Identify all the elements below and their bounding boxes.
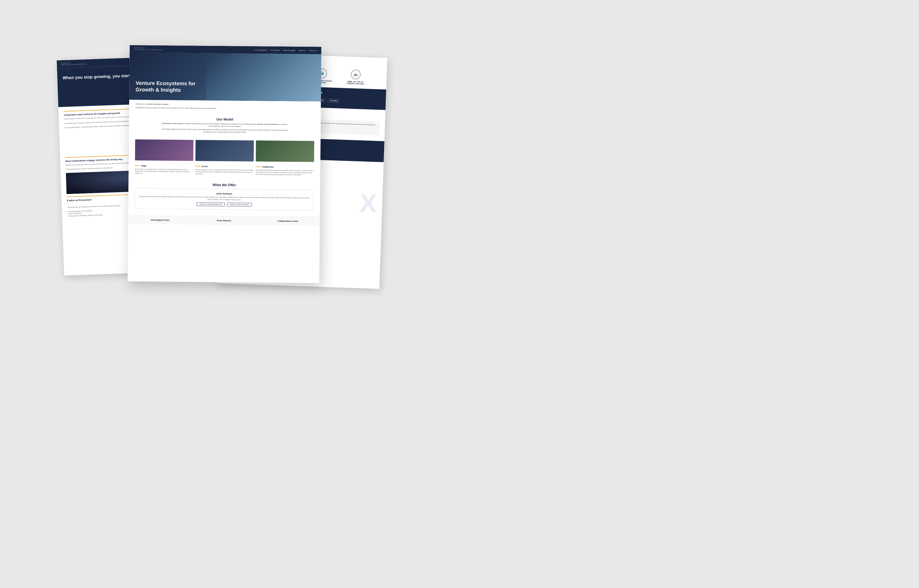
- center-image-1: [135, 139, 194, 161]
- center-nav-links: For Corporations For Ventures News & Ins…: [254, 49, 305, 52]
- right-partner-lfi: LFI STEEL: [328, 99, 339, 103]
- center-col-collaborate-heading: Collaborate: [262, 166, 274, 168]
- center-logo: TechNexus VENTURE COLLABORATIVE: [134, 47, 163, 51]
- center-bottom-nav-1[interactable]: Advantaged Funds: [128, 215, 192, 225]
- center-btn-corporations[interactable]: BENEFITS FOR CORPORATIONS: [197, 202, 225, 206]
- center-col-invest-body: We then engage the most promising early-…: [195, 168, 254, 176]
- right-where-icon-4: 🤖: [351, 69, 360, 79]
- center-col-invest-heading: Invest: [202, 165, 208, 168]
- center-btn-group: BENEFITS FOR CORPORATIONS BENEFITS FOR V…: [139, 202, 309, 207]
- center-col-collaborate-header: Collaborate: [256, 166, 314, 168]
- center-col-invest-line: [195, 166, 200, 166]
- center-btn-ventures[interactable]: BENEFITS FOR VENTURES: [227, 203, 252, 207]
- center-hero-heading: Venture Ecosystems for Growth & Insights: [136, 80, 195, 94]
- center-what-we-offer: What We Offer Joint Ventures We build be…: [128, 179, 320, 217]
- center-col-align: Align We work with our corporate partner…: [135, 165, 193, 175]
- center-intro-p2: Corporations who want to grow and remain…: [136, 107, 315, 111]
- center-intro-p1: TechNexus is a venture investment compan…: [136, 103, 315, 107]
- center-our-model-p2: We facilitate collaborations between the…: [159, 128, 291, 134]
- center-nav-link-2[interactable]: For Ventures: [270, 49, 280, 51]
- right-x-bg: X: [359, 188, 378, 219]
- center-body: TechNexus is a venture investment compan…: [128, 100, 321, 226]
- center-three-cols: Align We work with our corporate partner…: [129, 162, 321, 180]
- center-offer-heading: What We Offer: [135, 182, 314, 188]
- center-jv-heading: Joint Ventures: [139, 192, 309, 196]
- center-col-invest-header: Invest: [195, 165, 254, 168]
- center-bottom-nav-2[interactable]: Pulse Network: [192, 216, 256, 225]
- left-logo: TechNexus VENTURE COLLABORATIVE: [60, 61, 87, 66]
- center-col-collaborate-body: We facilitate collaborations between the…: [256, 169, 314, 176]
- center-nav-link-4[interactable]: About Us: [299, 49, 305, 51]
- center-col-collaborate: Collaborate We facilitate collaborations…: [256, 166, 314, 176]
- center-bottom-nav: Advantaged Funds Pulse Network Collabora…: [128, 215, 320, 226]
- right-where-item-4: 🤖 AI/ML, AR, VR, IoT,Analytics, and more: [340, 69, 372, 86]
- center-col-collaborate-line: [256, 166, 261, 167]
- center-col-align-line: [135, 165, 140, 166]
- center-jv-body: We build bespoke ecosystems for leading …: [139, 195, 309, 201]
- center-three-images: [129, 137, 321, 164]
- center-search[interactable]: 🔍 Search: [310, 50, 317, 52]
- center-our-model-p1: Corporations need ventures to enable gro…: [159, 122, 291, 128]
- center-intro: TechNexus is a venture investment compan…: [129, 100, 321, 115]
- center-logo-sub: VENTURE COLLABORATIVE: [134, 49, 163, 51]
- center-hero: Venture Ecosystems for Growth & Insights: [129, 53, 321, 101]
- center-joint-ventures: Joint Ventures We build bespoke ecosyste…: [134, 188, 314, 210]
- center-our-model: Our Model Corporations need ventures to …: [129, 113, 321, 139]
- center-image-2: [195, 140, 254, 162]
- center-our-model-heading: Our Model: [135, 116, 314, 122]
- center-bottom-nav-3[interactable]: Collaboration Center: [256, 216, 320, 226]
- center-col-invest: Invest We then engage the most promising…: [195, 165, 254, 176]
- page-center: TechNexus VENTURE COLLABORATIVE For Corp…: [128, 45, 321, 283]
- center-nav-link-1[interactable]: For Corporations: [254, 49, 267, 51]
- center-nav-link-3[interactable]: News & Insights: [283, 49, 296, 51]
- center-hero-text: Venture Ecosystems for Growth & Insights: [136, 80, 195, 95]
- center-col-align-body: We work with our corporate partner to id…: [135, 168, 193, 175]
- center-col-align-heading: Align: [141, 165, 147, 167]
- scene: TechNexus VENTURE COLLABORATIVE For Corp…: [0, 0, 919, 588]
- center-image-3: [256, 141, 314, 162]
- center-col-align-header: Align: [135, 165, 193, 168]
- right-where-item-4-heading: AI/ML, AR, VR, IoT,Analytics, and more: [340, 80, 371, 85]
